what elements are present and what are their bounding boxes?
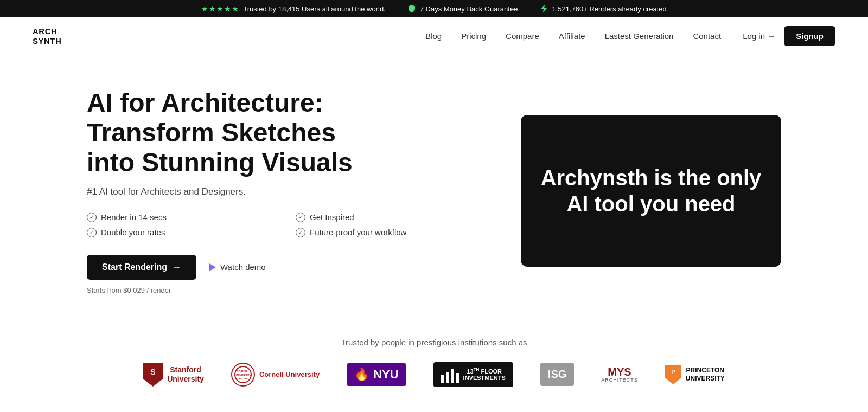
check-icon-2: ✓ bbox=[296, 213, 305, 222]
hero-features: ✓ Render in 14 secs ✓ Get Inspired ✓ Dou… bbox=[87, 213, 488, 237]
mys-logo: MYS ARCHITECTS bbox=[601, 366, 638, 383]
mys-name: MYS bbox=[601, 366, 638, 377]
princeton-name: PRINCETONUNIVERSITY bbox=[686, 366, 725, 382]
video-card: Archynsth is the only AI tool you need bbox=[521, 115, 781, 267]
floor-bars-icon bbox=[441, 366, 459, 383]
bar-1 bbox=[441, 375, 444, 383]
bar-2 bbox=[446, 372, 449, 383]
svg-text:UNIVERSITY: UNIVERSITY bbox=[235, 374, 252, 377]
stanford-logo: S StanfordUniversity bbox=[143, 363, 204, 387]
bar-3 bbox=[451, 369, 454, 383]
feature-label-4: Future-proof your workflow bbox=[310, 228, 406, 237]
start-rendering-button[interactable]: Start Rendering → bbox=[87, 255, 196, 280]
nav-pricing[interactable]: Pricing bbox=[461, 31, 486, 41]
feature-double-rates: ✓ Double your rates bbox=[87, 228, 279, 237]
bar-4 bbox=[456, 373, 459, 383]
navbar: ARCH SYNTH Blog Pricing Compare Affiliat… bbox=[0, 17, 868, 55]
renders-badge: 1,521,760+ Renders already created bbox=[539, 4, 666, 13]
stanford-name: StanfordUniversity bbox=[167, 365, 204, 384]
feature-future-proof: ✓ Future-proof your workflow bbox=[296, 228, 488, 237]
mys-sub-name: ARCHITECTS bbox=[601, 377, 638, 383]
logo[interactable]: ARCH SYNTH bbox=[33, 27, 61, 46]
guarantee-badge: 7 Days Money Back Guarantee bbox=[407, 4, 518, 13]
nyu-badge: 🔥 NYU bbox=[347, 363, 406, 386]
arrow-icon: → bbox=[173, 262, 181, 272]
feature-render-speed: ✓ Render in 14 secs bbox=[87, 213, 279, 222]
svg-text:CORNELL: CORNELL bbox=[237, 370, 250, 373]
nav-blog[interactable]: Blog bbox=[425, 31, 442, 41]
svg-text:P: P bbox=[671, 369, 675, 375]
how-it-works-section: How it works bbox=[0, 398, 868, 412]
hero-section: AI for Architecture: Transform Sketches … bbox=[54, 55, 814, 316]
check-icon-4: ✓ bbox=[296, 228, 305, 237]
princeton-shield-icon: P bbox=[665, 365, 681, 384]
nav-compare[interactable]: Compare bbox=[506, 31, 539, 41]
login-link[interactable]: Log in → bbox=[743, 31, 775, 41]
cornell-logo: CORNELL UNIVERSITY Cornell University bbox=[231, 363, 320, 387]
trusted-section: Trusted by people in prestigious institu… bbox=[0, 316, 868, 398]
play-icon bbox=[209, 263, 216, 271]
feature-label-3: Double your rates bbox=[101, 228, 165, 237]
watch-demo-label: Watch demo bbox=[220, 262, 266, 272]
cornell-seal-svg: CORNELL UNIVERSITY bbox=[234, 365, 252, 384]
trust-text: Trusted by 18,415 Users all around the w… bbox=[243, 5, 386, 13]
floor-name: 13TH FLOORINVESTMENTS bbox=[463, 367, 506, 382]
hero-right: Archynsth is the only AI tool you need bbox=[521, 115, 781, 267]
video-tagline: Archynsth is the only AI tool you need bbox=[537, 165, 765, 217]
nav-contact[interactable]: Contact bbox=[693, 31, 721, 41]
watch-demo-button[interactable]: Watch demo bbox=[209, 262, 266, 272]
nyu-logo: 🔥 NYU bbox=[347, 363, 406, 386]
feature-label-1: Render in 14 secs bbox=[101, 213, 167, 222]
svg-text:S: S bbox=[151, 368, 156, 376]
princeton-logo: P PRINCETONUNIVERSITY bbox=[665, 365, 725, 384]
trust-badge: ★★★★★ Trusted by 18,415 Users all around… bbox=[201, 4, 386, 13]
hero-title: AI for Architecture: Transform Sketches … bbox=[87, 88, 358, 178]
feature-label-2: Get Inspired bbox=[310, 213, 354, 222]
floor-badge: 13TH FLOORINVESTMENTS bbox=[433, 362, 513, 387]
price-note: Starts from $0.029 / render bbox=[87, 286, 488, 294]
renders-text: 1,521,760+ Renders already created bbox=[552, 5, 666, 13]
nyu-name: NYU bbox=[373, 368, 398, 382]
stanford-shield-icon: S bbox=[143, 363, 163, 387]
feature-inspired: ✓ Get Inspired bbox=[296, 213, 488, 222]
hero-left: AI for Architecture: Transform Sketches … bbox=[87, 88, 488, 294]
nav-auth: Log in → Signup bbox=[743, 26, 835, 46]
guarantee-text: 7 Days Money Back Guarantee bbox=[420, 5, 518, 13]
isg-badge: ISG bbox=[540, 363, 574, 386]
cornell-name: Cornell University bbox=[259, 370, 320, 378]
check-icon-3: ✓ bbox=[87, 228, 97, 237]
stars: ★★★★★ bbox=[201, 4, 239, 13]
logos-row: S StanfordUniversity CORNELL UNIVERSITY … bbox=[33, 362, 835, 387]
nav-links: Blog Pricing Compare Affiliate Lastest G… bbox=[425, 31, 721, 41]
trusted-label: Trusted by people in prestigious institu… bbox=[33, 338, 835, 347]
nyu-torch-icon: 🔥 bbox=[354, 368, 369, 382]
floor-logo: 13TH FLOORINVESTMENTS bbox=[433, 362, 513, 387]
isg-logo: ISG bbox=[540, 363, 574, 386]
signup-button[interactable]: Signup bbox=[784, 26, 835, 46]
shield-icon bbox=[407, 4, 416, 13]
hero-subtitle: #1 AI tool for Architects and Designers. bbox=[87, 186, 488, 197]
nav-affiliate[interactable]: Affiliate bbox=[559, 31, 585, 41]
check-icon-1: ✓ bbox=[87, 213, 97, 222]
top-banner: ★★★★★ Trusted by 18,415 Users all around… bbox=[0, 0, 868, 17]
nav-latest[interactable]: Lastest Generation bbox=[605, 31, 674, 41]
hero-actions: Start Rendering → Watch demo bbox=[87, 255, 488, 280]
cornell-seal-icon: CORNELL UNIVERSITY bbox=[231, 363, 255, 387]
bolt-icon bbox=[539, 4, 548, 13]
